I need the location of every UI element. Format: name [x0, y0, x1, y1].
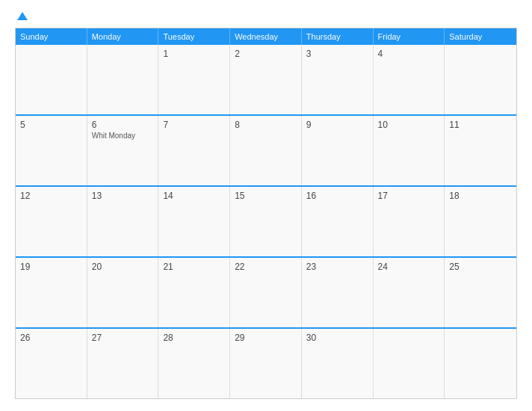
day-cell: 15 — [230, 187, 302, 256]
day-number: 3 — [306, 49, 368, 59]
day-header-sunday: Sunday — [16, 28, 87, 45]
calendar-grid: SundayMondayTuesdayWednesdayThursdayFrid… — [15, 28, 517, 399]
day-cell: 24 — [374, 258, 445, 327]
day-cell — [16, 45, 87, 114]
day-cell: 12 — [16, 187, 87, 256]
day-number: 15 — [235, 191, 297, 201]
day-number: 30 — [306, 333, 368, 343]
day-header-friday: Friday — [374, 28, 445, 45]
day-header-thursday: Thursday — [302, 28, 374, 45]
day-cell: 11 — [445, 116, 516, 185]
day-number: 7 — [163, 120, 225, 130]
logo-label — [15, 12, 28, 20]
day-number: 13 — [92, 191, 154, 201]
week-row-5: 2627282930 — [16, 327, 516, 398]
day-cell: 23 — [302, 258, 374, 327]
day-number: 23 — [306, 262, 368, 272]
week-row-4: 19202122232425 — [16, 256, 516, 327]
day-cell: 20 — [87, 258, 159, 327]
day-number: 12 — [20, 191, 82, 201]
day-cell: 26 — [16, 329, 87, 398]
day-number: 21 — [163, 262, 225, 272]
day-cell — [445, 329, 516, 398]
day-cell: 14 — [158, 187, 230, 256]
day-number: 16 — [306, 191, 368, 201]
day-cell: 29 — [230, 329, 302, 398]
day-number: 6 — [92, 120, 154, 130]
day-cell: 27 — [87, 329, 159, 398]
day-number: 29 — [235, 333, 297, 343]
day-number: 8 — [235, 120, 297, 130]
day-number: 14 — [163, 191, 225, 201]
day-headers-row: SundayMondayTuesdayWednesdayThursdayFrid… — [16, 28, 516, 45]
day-number: 27 — [92, 333, 154, 343]
day-cell: 30 — [302, 329, 374, 398]
day-number: 18 — [449, 191, 512, 201]
day-cell: 7 — [158, 116, 230, 185]
weeks-container: 123456Whit Monday78910111213141516171819… — [16, 45, 516, 398]
day-number: 17 — [378, 191, 440, 201]
day-cell: 5 — [16, 116, 87, 185]
header — [15, 12, 517, 20]
day-number: 26 — [20, 333, 82, 343]
day-cell — [87, 45, 159, 114]
holiday-label: Whit Monday — [92, 132, 154, 140]
day-cell: 16 — [302, 187, 374, 256]
day-cell: 1 — [158, 45, 230, 114]
day-cell: 18 — [445, 187, 516, 256]
day-number: 10 — [378, 120, 440, 130]
day-header-tuesday: Tuesday — [158, 28, 230, 45]
week-row-2: 56Whit Monday7891011 — [16, 114, 516, 185]
day-number: 28 — [163, 333, 225, 343]
week-row-1: 1234 — [16, 45, 516, 114]
logo — [15, 12, 28, 20]
day-header-saturday: Saturday — [445, 28, 516, 45]
day-cell: 13 — [87, 187, 159, 256]
day-cell: 8 — [230, 116, 302, 185]
day-cell: 19 — [16, 258, 87, 327]
day-number: 5 — [20, 120, 82, 130]
logo-text-block — [15, 12, 28, 20]
day-number: 22 — [235, 262, 297, 272]
week-row-3: 12131415161718 — [16, 185, 516, 256]
day-cell: 3 — [302, 45, 374, 114]
day-cell: 22 — [230, 258, 302, 327]
day-cell — [445, 45, 516, 114]
day-number: 9 — [306, 120, 368, 130]
calendar-page: SundayMondayTuesdayWednesdayThursdayFrid… — [0, 0, 532, 411]
day-cell: 9 — [302, 116, 374, 185]
day-cell: 10 — [374, 116, 445, 185]
logo-triangle-icon — [17, 12, 28, 20]
day-cell: 21 — [158, 258, 230, 327]
day-number: 11 — [449, 120, 512, 130]
day-number: 20 — [92, 262, 154, 272]
day-number: 25 — [449, 262, 512, 272]
day-cell: 25 — [445, 258, 516, 327]
day-number: 1 — [163, 49, 225, 59]
day-number: 2 — [235, 49, 297, 59]
day-cell — [374, 329, 445, 398]
day-cell: 6Whit Monday — [87, 116, 159, 185]
day-cell: 28 — [158, 329, 230, 398]
day-cell: 2 — [230, 45, 302, 114]
day-number: 4 — [378, 49, 440, 59]
day-number: 19 — [20, 262, 82, 272]
day-header-wednesday: Wednesday — [230, 28, 302, 45]
day-cell: 4 — [374, 45, 445, 114]
day-cell: 17 — [374, 187, 445, 256]
day-header-monday: Monday — [87, 28, 159, 45]
day-number: 24 — [378, 262, 440, 272]
